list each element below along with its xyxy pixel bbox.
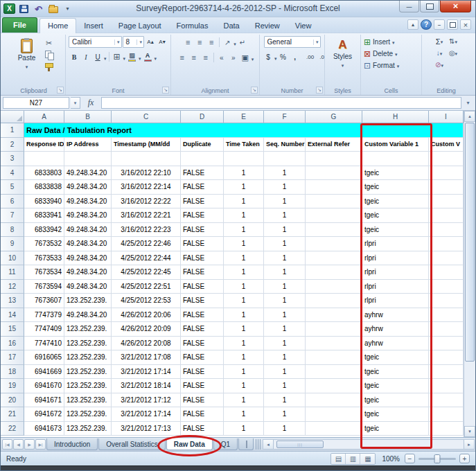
grid-cell[interactable]: 1 <box>224 322 264 337</box>
grid-cell[interactable] <box>429 180 464 195</box>
fill-color-icon[interactable] <box>127 53 137 62</box>
zoom-level[interactable]: 100% <box>382 455 400 463</box>
grid-cell[interactable]: 6941672 <box>24 407 64 422</box>
grid-cell[interactable]: 3/16/2012 22:22 <box>112 195 181 209</box>
normal-view-icon[interactable] <box>331 454 346 464</box>
row-header[interactable]: 16 <box>1 337 24 351</box>
grid-cell[interactable] <box>429 223 464 238</box>
styles-button[interactable]: Styles <box>330 36 355 71</box>
workbook-restore-icon[interactable] <box>447 19 458 30</box>
grid-cell[interactable]: 3/21/2012 18:14 <box>112 379 181 393</box>
number-format-combo[interactable]: General <box>264 36 321 48</box>
font-color-icon[interactable]: A <box>143 53 153 62</box>
grid-cell[interactable]: 4/25/2012 22:44 <box>112 251 181 266</box>
column-label-cell[interactable]: Timestamp (MM/dd <box>112 138 181 152</box>
column-header-i[interactable]: I <box>429 111 464 123</box>
column-label-cell[interactable]: Custom V <box>429 138 464 152</box>
underline-dropdown-icon[interactable] <box>104 51 107 63</box>
grid-cell[interactable]: 6833803 <box>24 166 64 181</box>
grid-cell[interactable]: 123.252.239. <box>64 407 112 422</box>
previous-sheet-icon[interactable] <box>13 439 24 450</box>
grid-cell[interactable]: FALSE <box>181 208 224 223</box>
grid-cell[interactable]: 49.248.34.20 <box>64 166 112 181</box>
grid-cell[interactable]: 1 <box>264 166 306 181</box>
grid-cell[interactable] <box>112 152 181 166</box>
scroll-right-icon[interactable] <box>464 440 474 449</box>
column-header-g[interactable]: G <box>306 111 362 123</box>
column-label-cell[interactable]: Seq. Number <box>264 138 306 152</box>
grid-cell[interactable]: 1 <box>264 265 306 280</box>
wrap-text-icon[interactable] <box>237 37 248 48</box>
copy-icon[interactable] <box>45 51 53 60</box>
grid-cell[interactable] <box>429 350 464 365</box>
zoom-in-icon[interactable] <box>459 454 470 463</box>
insert-cells-button[interactable]: Insert <box>364 36 395 48</box>
sheet-tab-overall-statistics[interactable]: Overall Statistics <box>98 438 165 450</box>
scroll-left-icon[interactable] <box>263 440 274 449</box>
row-header[interactable]: 20 <box>1 393 24 408</box>
grid-cell[interactable]: 1 <box>224 265 264 280</box>
formula-input[interactable] <box>101 97 461 109</box>
grid-cell[interactable]: 3/21/2012 17:12 <box>112 393 181 408</box>
grid-cell[interactable]: 123.252.239. <box>64 350 112 365</box>
report-title-cell[interactable]: Raw Data / Tabulation Report <box>24 123 464 138</box>
grid-cell[interactable]: tgeic <box>362 350 429 365</box>
grid-cell[interactable] <box>429 365 464 380</box>
vertical-scrollbar-track[interactable] <box>464 362 475 426</box>
sheet-tab-q1[interactable]: Q1 <box>213 438 238 450</box>
select-all-corner[interactable] <box>1 111 24 123</box>
grid-cell[interactable]: 4/25/2012 22:53 <box>112 294 181 308</box>
column-label-cell[interactable]: Custom Variable 1 <box>362 138 429 152</box>
tab-formulas[interactable]: Formulas <box>169 19 216 33</box>
grid-cell[interactable]: FALSE <box>181 265 224 280</box>
grid-cell[interactable]: tgeic <box>362 180 429 195</box>
column-header-b[interactable]: B <box>64 111 112 123</box>
grid-cell[interactable]: 1 <box>264 322 306 337</box>
zoom-slider-thumb[interactable] <box>434 454 441 463</box>
grid-cell[interactable] <box>306 422 362 436</box>
find-select-icon[interactable] <box>449 49 455 57</box>
percent-style-icon[interactable] <box>278 52 289 62</box>
alignment-dialog-launcher[interactable] <box>251 87 258 94</box>
grid-cell[interactable]: 4/26/2012 20:09 <box>112 322 181 337</box>
grid-cell[interactable]: 4/25/2012 22:46 <box>112 237 181 251</box>
grid-cell[interactable] <box>306 365 362 380</box>
tab-insert[interactable]: Insert <box>76 19 111 33</box>
align-bottom-icon[interactable] <box>206 37 217 48</box>
grid-cell[interactable]: 6833940 <box>24 195 64 209</box>
grid-cell[interactable]: 3/21/2012 17:14 <box>112 365 181 380</box>
grid-cell[interactable]: tgeic <box>362 195 429 209</box>
align-left-icon[interactable] <box>177 53 188 63</box>
grid-cell[interactable]: 123.252.239. <box>64 379 112 393</box>
grid-cell[interactable]: 1 <box>224 223 264 238</box>
vertical-scrollbar[interactable] <box>464 111 475 437</box>
grid-cell[interactable]: FALSE <box>181 365 224 380</box>
grid-cell[interactable]: 1 <box>224 195 264 209</box>
row-header[interactable]: 7 <box>1 208 24 223</box>
grid-cell[interactable] <box>306 322 362 337</box>
grid-cell[interactable]: 6941669 <box>24 365 64 380</box>
format-cells-button[interactable]: Format <box>364 60 399 71</box>
grid-cell[interactable] <box>306 350 362 365</box>
grid-cell[interactable]: 3/21/2012 17:14 <box>112 407 181 422</box>
row-header[interactable]: 13 <box>1 294 24 308</box>
grid-cell[interactable]: FALSE <box>181 350 224 365</box>
workbook-close-icon[interactable] <box>460 19 471 30</box>
grid-cell[interactable] <box>429 152 464 166</box>
underline-button[interactable]: U <box>92 52 103 62</box>
grid-cell[interactable]: 1 <box>264 208 306 223</box>
font-name-combo[interactable]: Calibri <box>69 36 122 48</box>
grid-cell[interactable]: 49.248.34.20 <box>64 237 112 251</box>
grid-cell[interactable]: 1 <box>224 365 264 380</box>
grid-cell[interactable]: rlpri <box>362 265 429 280</box>
grid-cell[interactable]: 123.252.239. <box>64 393 112 408</box>
grid-cell[interactable]: tgeic <box>362 422 429 436</box>
cut-icon[interactable] <box>44 38 55 48</box>
grid-cell[interactable]: rlpri <box>362 237 429 251</box>
grid-cell[interactable]: tgeic <box>362 208 429 223</box>
minimize-button[interactable] <box>399 1 419 12</box>
grid-cell[interactable]: FALSE <box>181 308 224 323</box>
grid-cell[interactable]: 49.248.34.20 <box>64 265 112 280</box>
increase-indent-icon[interactable] <box>228 53 239 63</box>
grid-cell[interactable]: 1 <box>264 308 306 323</box>
